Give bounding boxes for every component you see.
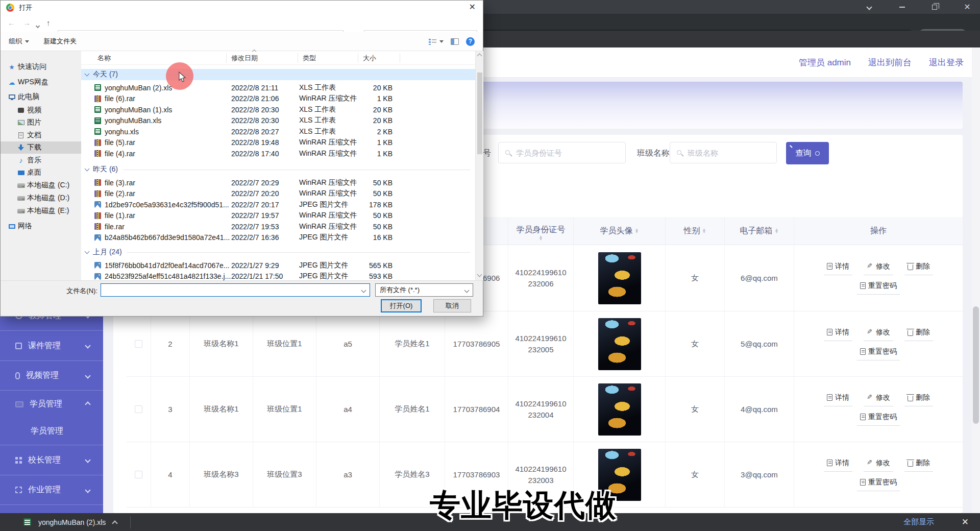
delete-link[interactable]: 删除 [904, 393, 933, 406]
edit-link[interactable]: 修改 [864, 458, 893, 472]
scrollbar-thumb[interactable] [477, 73, 482, 154]
edit-link[interactable]: 修改 [864, 328, 893, 341]
file-row[interactable]: file (5).rar2022/2/8 19:48WinRAR 压缩文件1 K… [81, 137, 475, 149]
detail-link[interactable]: 详情 [824, 328, 852, 341]
dialog-nav-item[interactable]: 下载 [1, 141, 81, 154]
sort-carets-icon[interactable]: ▲▼ [775, 228, 779, 233]
sidebar-menu-item[interactable]: 课件管理 [0, 330, 103, 360]
dialog-nav-item[interactable]: 视频 [1, 104, 81, 116]
class-search-input[interactable] [670, 142, 777, 163]
reset-password-link[interactable]: 重置密码 [857, 478, 900, 491]
cancel-button[interactable]: 取消 [433, 299, 471, 312]
detail-link[interactable]: 详情 [824, 393, 852, 406]
checkbox-cell[interactable] [127, 311, 151, 376]
scroll-down-icon[interactable] [477, 272, 482, 277]
table-header-cell[interactable]: 电子邮箱▲▼ [725, 217, 794, 245]
reset-password-link[interactable]: 重置密码 [857, 413, 900, 426]
row-checkbox[interactable] [135, 471, 142, 478]
sidebar-menu-item[interactable]: 校长管理 [0, 445, 103, 475]
show-all-downloads-link[interactable]: 全部显示 [903, 517, 934, 527]
open-button[interactable]: 打开(O) [381, 299, 422, 312]
dialog-close-icon[interactable]: ✕ [469, 2, 476, 12]
sidebar-menu-item[interactable]: 视频管理 [0, 360, 103, 390]
detail-link[interactable]: 详情 [824, 458, 852, 472]
file-row[interactable]: b24a85b462b667dd3e9d1580a72e41...2022/2/… [81, 232, 475, 244]
organize-button[interactable]: 组织 [9, 37, 29, 46]
edit-link[interactable]: 修改 [864, 262, 893, 275]
table-header-cell[interactable]: 学员头像▲▼ [574, 217, 666, 245]
delete-link[interactable]: 删除 [904, 458, 933, 472]
window-chevron-button[interactable] [857, 0, 881, 14]
file-row[interactable]: file (3).rar2022/2/7 20:29WinRAR 压缩文件50 … [81, 177, 475, 188]
chevron-down-icon[interactable] [85, 249, 90, 254]
page-scrollbar[interactable] [972, 47, 980, 513]
download-chip[interactable]: yonghuMuBan (2).xls [0, 518, 117, 526]
window-restore-button[interactable] [923, 0, 946, 14]
dialog-nav-item[interactable]: ♪音乐 [1, 154, 81, 166]
file-row[interactable]: file (6).rar2022/2/8 21:06WinRAR 压缩文件1 K… [81, 93, 475, 105]
file-row[interactable]: 15f8f76bb0b41d7d2f0eaf14acd7067e...2022/… [81, 260, 475, 271]
chevron-up-icon[interactable] [112, 520, 118, 526]
file-group-header[interactable]: 上月 (24) [81, 247, 475, 258]
table-header-cell[interactable]: 性别▲▼ [666, 217, 725, 245]
column-type[interactable]: 类型 [303, 54, 316, 63]
logout-link[interactable]: 退出登录 [929, 57, 964, 68]
admin-user-label[interactable]: 管理员 admin [799, 57, 851, 68]
dialog-nav-item[interactable]: 本地磁盘 (E:) [1, 205, 81, 217]
chevron-down-icon[interactable] [85, 71, 90, 77]
delete-link[interactable]: 删除 [904, 262, 933, 275]
detail-link[interactable]: 详情 [824, 262, 852, 275]
column-size[interactable]: 大小 [363, 54, 376, 63]
checkbox-cell[interactable] [127, 442, 151, 507]
file-row[interactable]: yonghuMuBan.xls2022/2/8 20:30XLS 工作表20 K… [81, 115, 475, 127]
row-checkbox[interactable] [135, 340, 142, 348]
dialog-nav-item[interactable]: 文档 [1, 129, 81, 141]
file-group-header[interactable]: 今天 (7) [81, 69, 475, 80]
sort-carets-icon[interactable]: ▲▼ [635, 228, 639, 233]
up-icon[interactable]: ↑ [46, 18, 51, 27]
file-row[interactable]: yonghuMuBan (2).xls2022/2/8 21:11XLS 工作表… [81, 82, 475, 93]
sort-carets-icon[interactable]: ▲▼ [702, 228, 706, 233]
checkbox-cell[interactable] [127, 377, 151, 442]
table-header-cell[interactable]: 学员身份证号▲▼ [508, 217, 574, 245]
file-list-scrollbar[interactable] [475, 51, 483, 280]
sidebar-menu-item[interactable]: 作业管理 [0, 475, 103, 505]
reset-password-link[interactable]: 重置密码 [857, 347, 900, 360]
row-checkbox[interactable] [135, 405, 142, 413]
edit-link[interactable]: 修改 [864, 393, 893, 406]
dialog-nav-item[interactable]: ☁WPS网盘 [1, 75, 81, 89]
delete-link[interactable]: 删除 [904, 328, 933, 341]
file-row[interactable]: 1d2be97c0e5a93631e4c32f5f900d51...2022/2… [81, 199, 475, 210]
window-minimize-button[interactable] [890, 0, 914, 14]
chevron-down-icon[interactable] [85, 166, 90, 172]
sidebar-menu-item[interactable]: 学员管理 [0, 390, 103, 418]
dialog-nav-item[interactable]: 此电脑 [1, 90, 81, 104]
view-mode-button[interactable] [429, 38, 444, 45]
window-close-button[interactable]: ✕ [955, 0, 979, 14]
file-row[interactable]: file (4).rar2022/2/8 17:40WinRAR 压缩文件1 K… [81, 148, 475, 159]
dialog-nav-item[interactable]: 本地磁盘 (C:) [1, 179, 81, 191]
back-icon[interactable]: ← [8, 18, 15, 27]
dialog-nav-item[interactable]: 桌面 [1, 166, 81, 179]
file-row[interactable]: file.rar2022/2/7 19:53WinRAR 压缩文件50 KB [81, 221, 475, 232]
dialog-nav-item[interactable]: 图片 [1, 116, 81, 129]
file-row[interactable]: file (1).rar2022/2/7 19:57WinRAR 压缩文件50 … [81, 210, 475, 222]
sort-carets-icon[interactable]: ▲▼ [539, 235, 543, 240]
scroll-up-icon[interactable] [477, 54, 482, 59]
file-row[interactable]: 24b523f925af4eff51c481a4821f133e.j...202… [81, 271, 475, 281]
new-folder-button[interactable]: 新建文件夹 [43, 37, 77, 46]
query-button[interactable]: 查询 [786, 142, 829, 164]
file-row[interactable]: yonghuMuBan (1).xls2022/2/8 20:30XLS 工作表… [81, 104, 475, 115]
dialog-nav-item[interactable]: ★快速访问 [1, 60, 81, 74]
id-search-input[interactable] [498, 142, 626, 163]
column-name[interactable]: 名称 [97, 54, 111, 63]
dialog-nav-item[interactable]: 本地磁盘 (D:) [1, 192, 81, 204]
column-date[interactable]: 修改日期 [231, 54, 258, 63]
dialog-nav-item[interactable]: 网络 [1, 219, 81, 233]
reset-password-link[interactable]: 重置密码 [857, 281, 900, 295]
exit-to-front-link[interactable]: 退出到前台 [868, 57, 912, 68]
preview-pane-button[interactable] [451, 38, 459, 45]
help-button[interactable]: ? [466, 37, 475, 46]
file-row[interactable]: file (2).rar2022/2/7 20:20WinRAR 压缩文件50 … [81, 188, 475, 200]
history-chevron-icon[interactable] [36, 24, 40, 28]
